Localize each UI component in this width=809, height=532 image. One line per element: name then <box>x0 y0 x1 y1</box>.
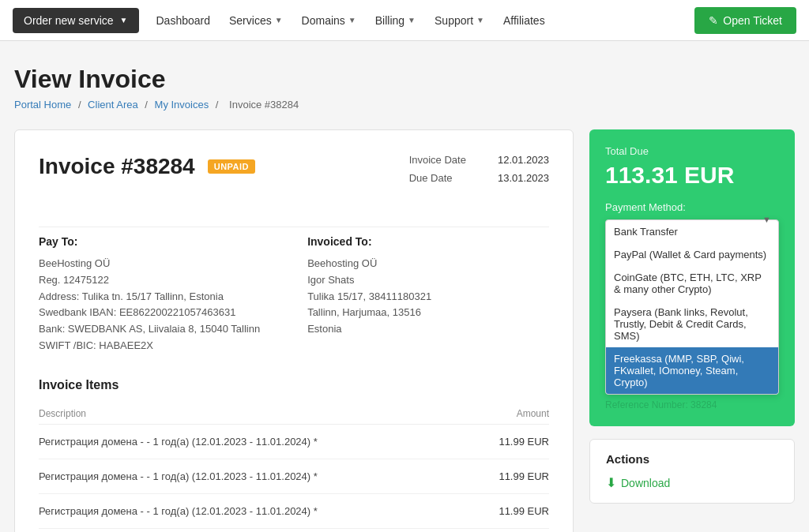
dropdown-item[interactable]: Bank Transfer <box>606 220 778 243</box>
invoiced-to-name: Igor Shats <box>307 272 431 289</box>
invoice-items-section: Invoice Items Description Amount Регистр… <box>39 378 549 532</box>
billing-caret-icon: ▼ <box>408 16 416 24</box>
invoice-items-label: Invoice Items <box>39 378 549 392</box>
item-description: Регистрация домена - - 1 год(а) (12.01.2… <box>39 459 471 493</box>
invoiced-to-country: Estonia <box>307 321 431 338</box>
invoice-sidebar: Total Due 113.31 EUR Payment Method: Ban… <box>589 129 795 532</box>
breadcrumb: Portal Home / Client Area / My Invoices … <box>14 99 795 111</box>
breadcrumb-current: Invoice #38284 <box>229 99 299 111</box>
invoice-date-label: Invoice Date <box>409 154 466 166</box>
total-amount: 113.31 EUR <box>605 162 779 189</box>
total-card: Total Due 113.31 EUR Payment Method: Ban… <box>589 129 795 426</box>
breadcrumb-my-invoices[interactable]: My Invoices <box>155 99 209 111</box>
table-row: Регистрация домена - - 1 год(а) (12.01.2… <box>39 493 549 528</box>
page-title: View Invoice <box>14 65 795 94</box>
ticket-icon: ✎ <box>709 14 718 27</box>
item-description: Регистрация домена - - 1 год(а) (12.01.2… <box>39 528 471 532</box>
invoiced-to-company: Beehosting OÜ <box>307 256 431 272</box>
services-caret-icon: ▼ <box>275 16 283 24</box>
nav-domains[interactable]: Domains ▼ <box>292 0 366 40</box>
invoiced-to-city: Tallinn, Harjumaa, 13516 <box>307 305 431 321</box>
dropdown-item[interactable]: Paysera (Bank links, Revolut, Trustly, D… <box>606 301 778 347</box>
invoice-card: Invoice #38284 UNPAID Invoice Date 12.01… <box>14 129 574 532</box>
items-table: Description Amount Регистрация домена - … <box>39 403 549 532</box>
pay-to-swift: SWIFT /BIC: HABAEE2X <box>39 338 260 354</box>
item-amount: 11.99 EUR <box>471 424 549 459</box>
download-link[interactable]: ⬇ Download <box>606 475 778 490</box>
pay-to-address: Address: Tulika tn. 15/17 Tallinn, Eston… <box>39 289 260 305</box>
nav-services[interactable]: Services ▼ <box>220 0 292 40</box>
main-content: View Invoice Portal Home / Client Area /… <box>2 41 807 532</box>
payment-method-label: Payment Method: <box>605 201 779 213</box>
due-date-value: 13.01.2023 <box>498 172 549 184</box>
nav-dashboard[interactable]: Dashboard <box>147 0 220 40</box>
pay-to-iban: Swedbank IBAN: EE862200221057463631 <box>39 305 260 321</box>
pay-to-reg: Reg. 12475122 <box>39 272 260 289</box>
breadcrumb-portal-home[interactable]: Portal Home <box>14 99 71 111</box>
due-date-label: Due Date <box>409 172 453 184</box>
status-badge: UNPAID <box>208 159 255 174</box>
table-row: Регистрация домена - - 1 год(а) (12.01.2… <box>39 528 549 532</box>
nav-billing[interactable]: Billing ▼ <box>366 0 425 40</box>
pay-to-block: Pay To: BeeHosting OÜ Reg. 12475122 Addr… <box>39 235 260 354</box>
actions-label: Actions <box>606 452 778 466</box>
breadcrumb-client-area[interactable]: Client Area <box>88 99 138 111</box>
reference-number: Reference Number: 38284 <box>605 399 779 410</box>
dropdown-item[interactable]: CoinGate (BTC, ETH, LTC, XRP & many othe… <box>606 266 778 301</box>
dropdown-item[interactable]: Freekassa (MMP, SBP, Qiwi, FKwallet, IOm… <box>606 347 778 394</box>
nav-support[interactable]: Support ▼ <box>425 0 494 40</box>
invoiced-to-label: Invoiced To: <box>307 235 431 248</box>
invoiced-to-address: Tulika 15/17, 38411180321 <box>307 289 431 305</box>
support-caret-icon: ▼ <box>476 16 484 24</box>
order-service-label: Order new service <box>24 14 114 27</box>
actions-card: Actions ⬇ Download <box>589 439 795 504</box>
pay-to-label: Pay To: <box>39 235 260 248</box>
table-row: Регистрация домена - - 1 год(а) (12.01.2… <box>39 424 549 459</box>
invoice-addresses: Pay To: BeeHosting OÜ Reg. 12475122 Addr… <box>39 227 549 354</box>
total-due-label: Total Due <box>605 145 779 157</box>
item-amount: 11.99 EUR <box>471 528 549 532</box>
order-new-service-button[interactable]: Order new service ▼ <box>13 8 139 33</box>
open-ticket-button[interactable]: ✎ Open Ticket <box>694 7 796 34</box>
download-icon: ⬇ <box>606 475 616 490</box>
invoice-header: Invoice #38284 UNPAID <box>39 154 255 179</box>
pay-to-bank: Bank: SWEDBANK AS, Liivalaia 8, 15040 Ta… <box>39 321 260 338</box>
invoice-dates: Invoice Date 12.01.2023 Due Date 13.01.2… <box>409 154 549 184</box>
item-description: Регистрация домена - - 1 год(а) (12.01.2… <box>39 424 471 459</box>
invoice-number: Invoice #38284 <box>39 154 195 179</box>
invoice-date-value: 12.01.2023 <box>498 154 549 166</box>
col-description: Description <box>39 403 471 425</box>
nav-affiliates[interactable]: Affiliates <box>494 0 555 40</box>
pay-to-company: BeeHosting OÜ <box>39 256 260 272</box>
col-amount: Amount <box>471 403 549 425</box>
order-service-caret-icon: ▼ <box>120 16 128 24</box>
payment-dropdown: Bank TransferPayPal (Wallet & Card payme… <box>605 219 779 395</box>
download-label: Download <box>621 477 670 489</box>
item-amount: 11.99 EUR <box>471 493 549 528</box>
item-amount: 11.99 EUR <box>471 459 549 493</box>
domains-caret-icon: ▼ <box>348 16 356 24</box>
dropdown-item[interactable]: PayPal (Wallet & Card payments) <box>606 243 778 266</box>
table-row: Регистрация домена - - 1 год(а) (12.01.2… <box>39 459 549 493</box>
navbar: Order new service ▼ Dashboard Services ▼… <box>0 0 809 41</box>
item-description: Регистрация домена - - 1 год(а) (12.01.2… <box>39 493 471 528</box>
invoiced-to-block: Invoiced To: Beehosting OÜ Igor Shats Tu… <box>307 235 431 354</box>
